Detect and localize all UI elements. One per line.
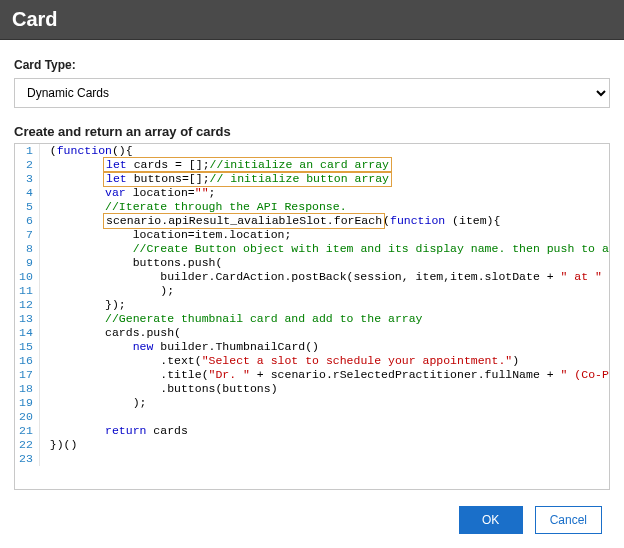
code-content[interactable]: //Create Button object with item and its…	[39, 242, 609, 256]
code-line: 1(function(){	[15, 144, 609, 158]
code-line: 22})()	[15, 438, 609, 452]
dialog-header: Card	[0, 0, 624, 40]
code-line: 5 //Iterate through the API Response.	[15, 200, 609, 214]
code-token: " (Co-Pay will be $25)"	[561, 368, 609, 381]
code-line: 4 var location="";	[15, 186, 609, 200]
code-content[interactable]: cards.push(	[39, 326, 609, 340]
code-token: new	[133, 340, 154, 353]
code-token: + scenario.rSelectedPractitioner.fullNam…	[250, 368, 561, 381]
code-content[interactable]: });	[39, 298, 609, 312]
code-token: + item.slotTime)	[602, 270, 609, 283]
code-content[interactable]: var location="";	[39, 186, 609, 200]
code-token: //Generate thumbnail card and add to the…	[105, 312, 422, 325]
code-token: builder.CardAction.postBack(session, ite…	[160, 270, 560, 283]
code-content[interactable]: new builder.ThumbnailCard()	[39, 340, 609, 354]
ok-button[interactable]: OK	[459, 506, 523, 534]
line-number: 19	[15, 396, 39, 410]
code-token: );	[160, 284, 174, 297]
code-editor-scroll[interactable]: 1(function(){2 let cards = [];//initiali…	[15, 144, 609, 489]
code-content[interactable]: })()	[39, 438, 609, 452]
code-line: 23	[15, 452, 609, 466]
code-line: 14 cards.push(	[15, 326, 609, 340]
line-number: 13	[15, 312, 39, 326]
code-line: 16 .text("Select a slot to schedule your…	[15, 354, 609, 368]
code-content[interactable]	[39, 410, 609, 424]
code-token: (	[50, 144, 57, 157]
code-content[interactable]: //Generate thumbnail card and add to the…	[39, 312, 609, 326]
code-token: //Iterate through the API Response.	[105, 200, 347, 213]
code-content[interactable]: .title("Dr. " + scenario.rSelectedPracti…	[39, 368, 609, 382]
code-content[interactable]: let buttons=[];// initialize button arra…	[39, 172, 609, 186]
code-content[interactable]	[39, 452, 609, 466]
code-editor[interactable]: 1(function(){2 let cards = [];//initiali…	[14, 143, 610, 490]
line-number: 20	[15, 410, 39, 424]
code-line: 10 builder.CardAction.postBack(session, …	[15, 270, 609, 284]
code-line: 6 scenario.apiResult_avaliableSlot.forEa…	[15, 214, 609, 228]
code-content[interactable]: scenario.apiResult_avaliableSlot.forEach…	[39, 214, 609, 228]
line-number: 22	[15, 438, 39, 452]
code-token: function	[390, 214, 445, 227]
code-content[interactable]: .text("Select a slot to schedule your ap…	[39, 354, 609, 368]
code-token: (){	[112, 144, 133, 157]
code-token: "Select a slot to schedule your appointm…	[202, 354, 513, 367]
code-token: ""	[195, 186, 209, 199]
code-content[interactable]: let cards = [];//initialize an card arra…	[39, 158, 609, 172]
card-type-select[interactable]: Dynamic Cards	[14, 78, 610, 108]
line-number: 16	[15, 354, 39, 368]
highlighted-code: scenario.apiResult_avaliableSlot.forEach	[103, 213, 385, 229]
line-number: 14	[15, 326, 39, 340]
code-line: 9 buttons.push(	[15, 256, 609, 270]
code-token: let	[106, 172, 127, 185]
code-token: scenario.apiResult_avaliableSlot.forEach	[106, 214, 382, 227]
code-content[interactable]: );	[39, 284, 609, 298]
code-line: 13 //Generate thumbnail card and add to …	[15, 312, 609, 326]
code-token: //Create Button object with item and its…	[133, 242, 609, 255]
dialog-footer: OK Cancel	[459, 506, 602, 534]
code-token: ;	[209, 186, 216, 199]
code-line: 21 return cards	[15, 424, 609, 438]
code-token: //initialize an card array	[210, 158, 389, 171]
code-line: 2 let cards = [];//initialize an card ar…	[15, 158, 609, 172]
code-token: location=item.location;	[133, 228, 292, 241]
code-token: )	[512, 354, 519, 367]
code-token: cards.push(	[105, 326, 181, 339]
code-token: "Dr. "	[209, 368, 250, 381]
dialog-title: Card	[12, 8, 58, 30]
code-line: 11 );	[15, 284, 609, 298]
code-content[interactable]: return cards	[39, 424, 609, 438]
code-line: 3 let buttons=[];// initialize button ar…	[15, 172, 609, 186]
line-number: 11	[15, 284, 39, 298]
code-line: 20	[15, 410, 609, 424]
code-token: .title(	[160, 368, 208, 381]
cancel-button[interactable]: Cancel	[535, 506, 602, 534]
code-content[interactable]: .buttons(buttons)	[39, 382, 609, 396]
code-content[interactable]: (function(){	[39, 144, 609, 158]
code-line: 8 //Create Button object with item and i…	[15, 242, 609, 256]
code-token: builder.ThumbnailCard()	[153, 340, 319, 353]
line-number: 5	[15, 200, 39, 214]
line-number: 4	[15, 186, 39, 200]
code-content[interactable]: );	[39, 396, 609, 410]
line-number: 7	[15, 228, 39, 242]
line-number: 15	[15, 340, 39, 354]
code-token: buttons=[];	[127, 172, 210, 185]
line-number: 10	[15, 270, 39, 284]
code-content[interactable]: builder.CardAction.postBack(session, ite…	[39, 270, 609, 284]
code-token: );	[133, 396, 147, 409]
code-token: (item){	[445, 214, 500, 227]
code-line: 15 new builder.ThumbnailCard()	[15, 340, 609, 354]
code-token: var	[105, 186, 126, 199]
code-content[interactable]: buttons.push(	[39, 256, 609, 270]
highlighted-code: let buttons=[];// initialize button arra…	[103, 171, 392, 187]
line-number: 12	[15, 298, 39, 312]
code-line: 18 .buttons(buttons)	[15, 382, 609, 396]
code-token: (	[383, 214, 390, 227]
code-line: 17 .title("Dr. " + scenario.rSelectedPra…	[15, 368, 609, 382]
line-number: 17	[15, 368, 39, 382]
code-content[interactable]: location=item.location;	[39, 228, 609, 242]
code-token: let	[106, 158, 127, 171]
code-token: });	[105, 298, 126, 311]
code-token: " at "	[561, 270, 602, 283]
code-content[interactable]: //Iterate through the API Response.	[39, 200, 609, 214]
code-token: })()	[50, 438, 78, 451]
